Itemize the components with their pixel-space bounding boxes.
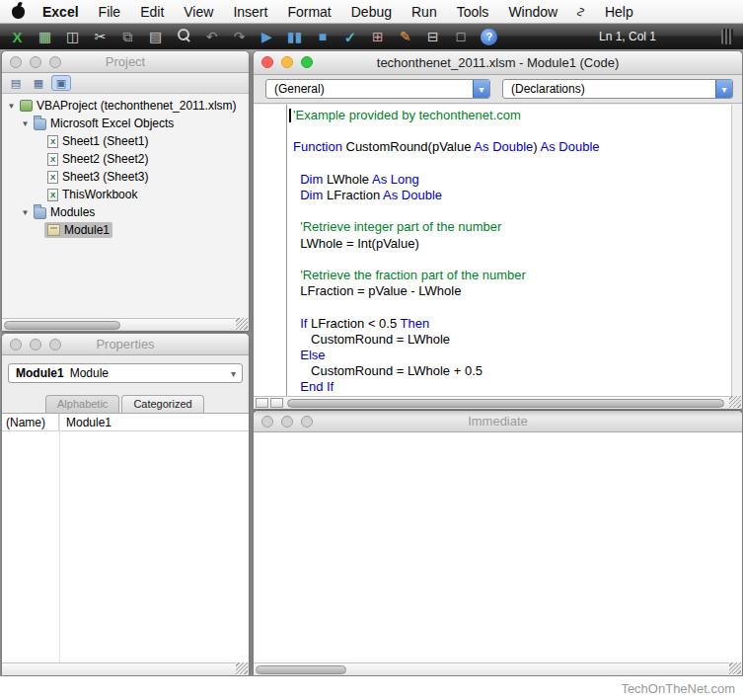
script-menu-icon[interactable]: ∿ — [573, 6, 589, 18]
code-hscrollbar[interactable] — [254, 396, 729, 409]
toolbar-grip-icon[interactable] — [721, 29, 733, 44]
project-resize-grip[interactable] — [236, 318, 248, 330]
tab-categorized[interactable]: Categorized — [121, 395, 203, 413]
code-line-9: LWhole = Int(pValue) — [293, 236, 600, 252]
close-button[interactable] — [10, 339, 22, 350]
break-icon[interactable]: ▮▮ — [287, 28, 302, 45]
properties-titlebar[interactable]: Properties — [2, 334, 249, 355]
tree-item-excel-objects[interactable]: ▼Microsoft Excel Objects — [2, 115, 249, 132]
tree-item-sheet3[interactable]: Sheet3 (Sheet3) — [2, 168, 249, 186]
close-button[interactable] — [261, 416, 273, 428]
tree-item-sheet2[interactable]: Sheet2 (Sheet2) — [2, 150, 249, 168]
minimize-button[interactable] — [281, 416, 293, 428]
minimize-button[interactable] — [30, 56, 41, 68]
immediate-title: Immediate — [468, 414, 528, 428]
menu-excel[interactable]: Excel — [33, 4, 89, 20]
scrollbar-thumb[interactable] — [287, 399, 724, 408]
properties-resize-grip[interactable] — [236, 662, 248, 674]
design-mode-icon[interactable]: ✓ — [342, 28, 357, 45]
split-handle-icon[interactable] — [270, 398, 283, 408]
close-button[interactable] — [261, 56, 273, 68]
menu-run[interactable]: Run — [402, 4, 447, 20]
search-icon[interactable] — [176, 28, 191, 45]
save-icon[interactable]: ◫ — [65, 28, 80, 45]
disclosure-triangle-icon[interactable]: ▼ — [20, 119, 31, 128]
project-explorer-icon[interactable]: ⊟ — [425, 28, 440, 45]
reset-icon[interactable]: ■ — [315, 28, 330, 45]
cut-icon[interactable]: ✂ — [93, 28, 108, 45]
chevron-down-icon[interactable]: ▾ — [473, 80, 489, 98]
apple-menu-icon[interactable] — [12, 6, 25, 19]
code-editor[interactable]: 'Example provided by techonthenet.com Fu… — [254, 105, 731, 396]
disclosure-triangle-icon[interactable]: ▼ — [6, 102, 17, 111]
tree-item-label: VBAProject (techonthenet_2011.xlsm) — [37, 99, 237, 113]
object-browser-icon[interactable]: ⊞ — [370, 28, 385, 45]
procedure-dropdown[interactable]: (Declarations) ▾ — [502, 79, 733, 99]
code-lines: 'Example provided by techonthenet.com Fu… — [293, 108, 600, 396]
help-icon[interactable]: ? — [481, 29, 497, 45]
code-line-18: End If — [293, 379, 600, 395]
redo-icon[interactable]: ↷ — [232, 28, 247, 45]
scrollbar-thumb[interactable] — [256, 665, 346, 674]
menu-debug[interactable]: Debug — [341, 4, 402, 20]
tree-item-module1[interactable]: Module1 — [2, 221, 249, 239]
zoom-button[interactable] — [301, 416, 313, 428]
margin-indicator-bar — [286, 105, 287, 396]
properties-hscrollbar[interactable] — [2, 662, 236, 675]
undo-icon[interactable]: ↶ — [204, 28, 219, 45]
tree-item-sheet1[interactable]: Sheet1 (Sheet1) — [2, 132, 249, 150]
menu-tools[interactable]: Tools — [447, 4, 499, 20]
tree-item-vbaproject[interactable]: ▼VBAProject (techonthenet_2011.xlsm) — [2, 97, 249, 115]
split-handle-icon[interactable] — [256, 398, 268, 408]
view-code-icon[interactable]: ▤ — [6, 75, 26, 91]
project-titlebar[interactable]: Project — [2, 51, 249, 73]
project-hscrollbar[interactable] — [2, 318, 236, 331]
new-object-icon[interactable]: ▦ — [37, 28, 52, 45]
paste-icon[interactable]: ▤ — [148, 28, 163, 45]
view-object-icon[interactable]: ▦ — [29, 75, 48, 91]
run-icon[interactable]: ▶ — [260, 28, 274, 45]
property-value[interactable]: Module1 — [59, 415, 249, 430]
object-dropdown-value: (General) — [274, 82, 325, 96]
tree-item-body: Modules — [31, 204, 98, 220]
menu-edit[interactable]: Edit — [130, 4, 174, 20]
zoom-button[interactable] — [49, 339, 61, 350]
copy-icon[interactable]: ⧉ — [120, 28, 135, 45]
menu-help[interactable]: Help — [595, 4, 643, 20]
zoom-button[interactable] — [301, 56, 313, 68]
menu-insert[interactable]: Insert — [223, 4, 277, 20]
object-dropdown[interactable]: (General) ▾ — [265, 79, 490, 99]
toolbox-icon[interactable]: □ — [453, 28, 468, 45]
immediate-pane[interactable] — [254, 432, 742, 662]
properties-window-icon[interactable]: ✎ — [398, 28, 412, 45]
property-row[interactable]: (Name) Module1 — [2, 414, 249, 431]
code-titlebar[interactable]: techonthenet_2011.xlsm - Module1 (Code) — [254, 51, 742, 75]
tab-alphabetic[interactable]: Alphabetic — [45, 395, 119, 413]
chevron-down-icon[interactable]: ▾ — [715, 80, 732, 98]
zoom-button[interactable] — [49, 56, 61, 68]
code-line-6: Dim LFraction As Double — [293, 188, 600, 203]
immediate-hscrollbar[interactable] — [254, 662, 729, 675]
menu-window[interactable]: Window — [498, 4, 567, 20]
immediate-resize-grip[interactable] — [729, 662, 741, 674]
excel-icon[interactable]: X — [10, 28, 25, 45]
code-line-3: Function CustomRound(pValue As Double) A… — [293, 139, 600, 155]
disclosure-triangle-icon[interactable]: ▼ — [20, 208, 31, 217]
close-button[interactable] — [10, 56, 22, 68]
folder-icon — [34, 207, 46, 219]
code-vscrollbar[interactable] — [731, 105, 742, 396]
toggle-folders-icon[interactable]: ▣ — [51, 75, 71, 91]
project-icon — [20, 100, 33, 112]
properties-object-dropdown[interactable]: Module1 Module ▾ — [8, 363, 243, 383]
menu-format[interactable]: Format — [277, 4, 340, 20]
code-resize-grip[interactable] — [729, 396, 741, 408]
immediate-titlebar[interactable]: Immediate — [254, 411, 742, 432]
code-line-17: CustomRound = LWhole + 0.5 — [293, 363, 600, 379]
tree-item-modules[interactable]: ▼Modules — [2, 203, 249, 221]
minimize-button[interactable] — [30, 339, 41, 350]
scrollbar-thumb[interactable] — [4, 321, 120, 330]
menu-file[interactable]: File — [89, 4, 131, 20]
minimize-button[interactable] — [281, 56, 293, 68]
tree-item-thisworkbook[interactable]: ThisWorkbook — [2, 186, 249, 203]
menu-view[interactable]: View — [174, 4, 223, 20]
